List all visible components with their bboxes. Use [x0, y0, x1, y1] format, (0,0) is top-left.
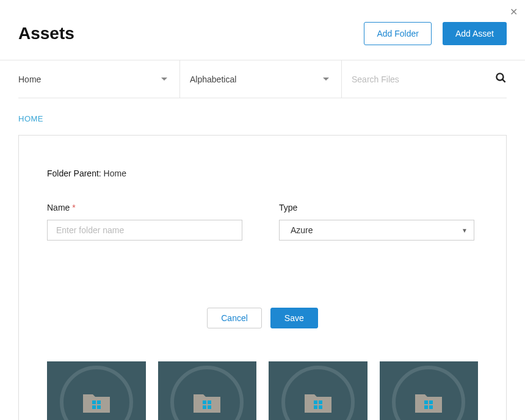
page-title: Assets: [18, 24, 74, 43]
svg-rect-14: [424, 400, 428, 404]
windows-folder-icon: [414, 391, 443, 414]
close-icon[interactable]: ✕: [510, 6, 518, 18]
folder-parent-line: Folder Parent: Home: [47, 168, 478, 178]
windows-folder-icon: [192, 391, 222, 414]
breadcrumb-home[interactable]: HOME: [18, 114, 43, 123]
type-value: Azure: [291, 225, 313, 235]
folder-parent-value: Home: [104, 168, 126, 178]
form-actions: Cancel Save: [47, 308, 478, 328]
svg-rect-2: [92, 400, 96, 404]
svg-rect-16: [424, 405, 428, 409]
breadcrumb-row: HOME: [0, 98, 525, 135]
chevron-down-icon: [161, 78, 167, 81]
svg-rect-3: [97, 400, 101, 404]
location-value: Home: [18, 74, 41, 84]
name-field-group: Name*: [47, 203, 242, 241]
svg-rect-6: [203, 400, 206, 404]
location-dropdown[interactable]: Home: [18, 60, 180, 98]
folder-tile[interactable]: [380, 361, 479, 420]
svg-rect-9: [208, 405, 211, 409]
windows-folder-icon: [303, 391, 333, 414]
add-folder-button[interactable]: Add Folder: [364, 22, 431, 45]
search-icon[interactable]: [495, 72, 507, 86]
svg-rect-8: [203, 405, 206, 409]
sort-dropdown[interactable]: Alphabetical: [180, 60, 342, 98]
page-header: Assets Add Folder Add Asset: [0, 0, 525, 60]
chevron-down-icon: ▼: [462, 227, 468, 234]
folder-name-input[interactable]: [47, 220, 242, 241]
svg-rect-11: [319, 400, 322, 404]
form-row: Name* Type Azure ▼: [47, 203, 478, 241]
folder-tile[interactable]: [47, 361, 146, 420]
type-label: Type: [279, 203, 474, 212]
svg-point-0: [496, 73, 503, 80]
search-wrap: [342, 60, 507, 98]
folder-parent-label: Folder Parent:: [47, 168, 101, 178]
svg-rect-5: [97, 405, 101, 409]
chevron-down-icon: [323, 78, 329, 81]
svg-rect-12: [314, 405, 317, 409]
type-field-group: Type Azure ▼: [279, 203, 474, 241]
svg-line-1: [502, 79, 505, 82]
save-button[interactable]: Save: [270, 308, 318, 328]
folder-tile[interactable]: [269, 361, 368, 420]
folder-tile[interactable]: [158, 361, 257, 420]
name-label: Name*: [47, 203, 242, 212]
add-folder-panel: Folder Parent: Home Name* Type Azure ▼ C…: [18, 135, 507, 420]
header-actions: Add Folder Add Asset: [364, 22, 507, 45]
svg-rect-13: [319, 405, 322, 409]
required-indicator: *: [72, 203, 75, 212]
asset-tiles: [47, 361, 478, 420]
folder-type-select[interactable]: Azure ▼: [279, 220, 474, 241]
search-input[interactable]: [352, 74, 495, 84]
svg-rect-10: [314, 400, 317, 404]
sort-value: Alphabetical: [190, 74, 236, 84]
svg-rect-15: [429, 400, 433, 404]
windows-folder-icon: [82, 391, 111, 414]
add-asset-button[interactable]: Add Asset: [443, 22, 507, 45]
filter-bar: Home Alphabetical: [0, 60, 525, 98]
cancel-button[interactable]: Cancel: [207, 308, 262, 328]
svg-rect-17: [429, 405, 433, 409]
name-label-text: Name: [47, 203, 70, 212]
svg-rect-4: [92, 405, 96, 409]
svg-rect-7: [208, 400, 211, 404]
